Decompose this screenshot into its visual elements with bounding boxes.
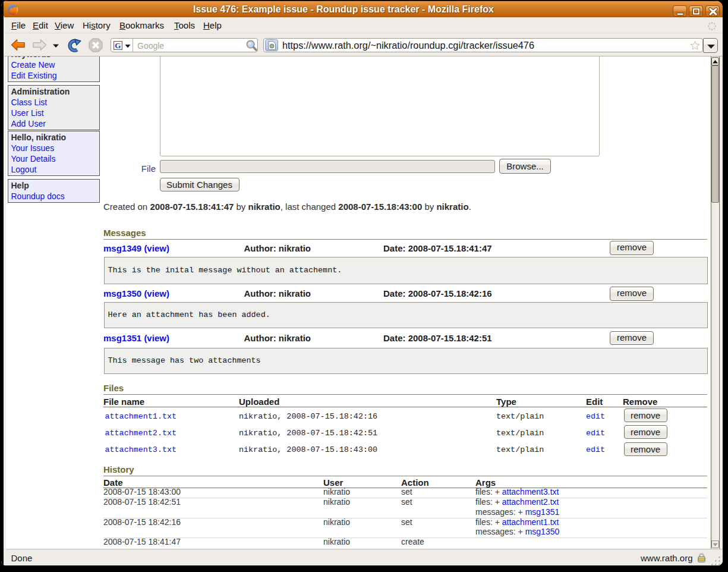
svg-text:G: G — [115, 41, 121, 50]
